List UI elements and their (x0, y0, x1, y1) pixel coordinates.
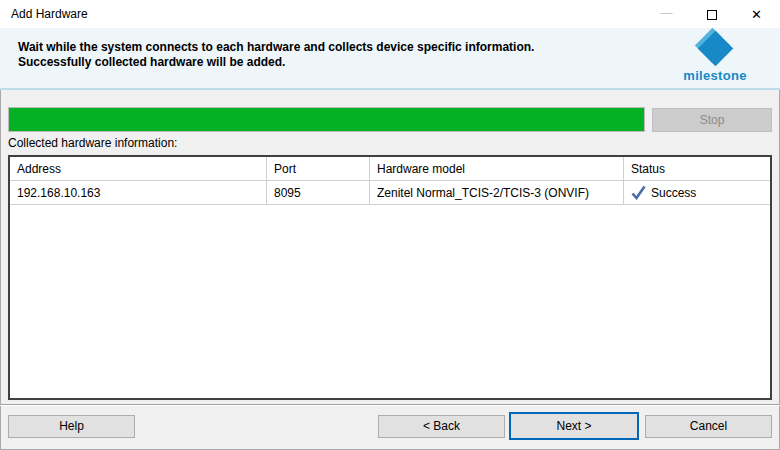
maximize-button[interactable] (689, 1, 734, 28)
footer-divider (0, 404, 780, 406)
milestone-logo: milestone (672, 31, 758, 83)
cell-hardware-model: Zenitel Normal_TCIS-2/TCIS-3 (ONVIF) (370, 181, 624, 204)
window-controls: — ✕ (644, 1, 779, 28)
close-icon: ✕ (751, 7, 762, 22)
minimize-icon: — (661, 6, 673, 20)
progress-bar (8, 107, 645, 132)
milestone-diamond-icon (697, 31, 733, 67)
maximize-icon (707, 10, 717, 20)
table-header-row: Address Port Hardware model Status (10, 157, 770, 181)
close-button[interactable]: ✕ (734, 1, 779, 28)
window-title: Add Hardware (11, 7, 88, 21)
help-button[interactable]: Help (8, 415, 135, 438)
hardware-table: Address Port Hardware model Status 192.1… (8, 155, 772, 400)
milestone-brand-name: milestone (672, 68, 758, 83)
column-header-status[interactable]: Status (624, 157, 770, 180)
cancel-button[interactable]: Cancel (645, 415, 772, 438)
minimize-button: — (644, 1, 689, 28)
wizard-header: Wait while the system connects to each h… (0, 28, 780, 90)
cell-port: 8095 (267, 181, 370, 204)
column-header-address[interactable]: Address (10, 157, 267, 180)
next-button[interactable]: Next > (509, 412, 639, 440)
collected-info-label: Collected hardware information: (8, 136, 177, 150)
progress-fill (9, 108, 644, 131)
column-header-hardware-model[interactable]: Hardware model (370, 157, 624, 180)
header-message-line1: Wait while the system connects to each h… (18, 40, 534, 55)
column-header-port[interactable]: Port (267, 157, 370, 180)
success-check-icon (631, 185, 646, 200)
status-text: Success (651, 186, 696, 200)
header-message: Wait while the system connects to each h… (18, 40, 534, 70)
stop-button: Stop (652, 108, 772, 132)
title-bar: Add Hardware — ✕ (0, 0, 780, 28)
back-button[interactable]: < Back (378, 415, 505, 438)
cell-address: 192.168.10.163 (10, 181, 267, 204)
header-message-line2: Successfully collected hardware will be … (18, 55, 534, 70)
table-row[interactable]: 192.168.10.163 8095 Zenitel Normal_TCIS-… (10, 181, 770, 205)
cell-status: Success (624, 181, 770, 204)
